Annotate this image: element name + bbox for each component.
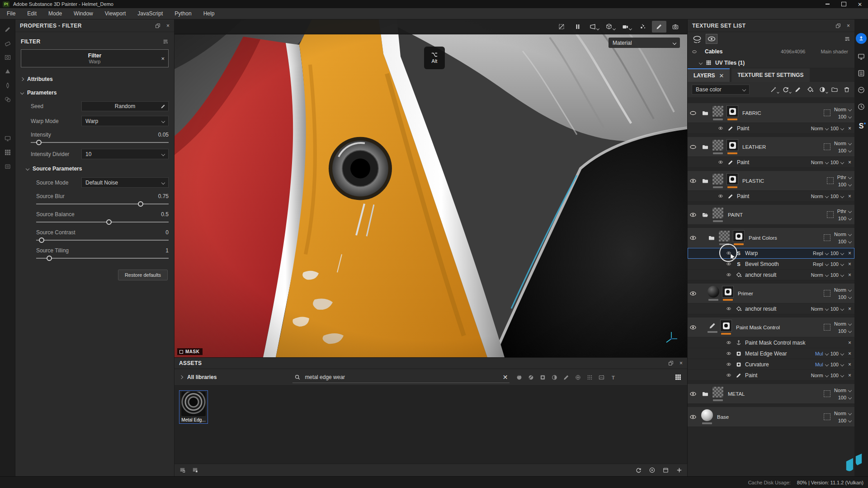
visibility-eye-icon[interactable] [689, 211, 697, 218]
attributes-section-header[interactable]: Attributes [15, 72, 174, 85]
layer-group-row[interactable]: Paint Mask ControlNorm100 [688, 317, 854, 337]
polygon-fill-tool-icon[interactable] [4, 68, 11, 75]
blend-mode-dropdown[interactable]: Norm [834, 141, 851, 146]
close-tab-icon[interactable]: ✕ [719, 72, 724, 79]
blend-mode-dropdown[interactable]: Pthr [837, 175, 851, 180]
source-contrast-slider[interactable] [36, 237, 169, 243]
delete-layer-icon[interactable]: × [848, 351, 851, 357]
paint-mode-button[interactable] [652, 21, 666, 33]
doc-list-icon[interactable] [857, 69, 865, 77]
smart-mask-icon[interactable] [819, 86, 826, 93]
delete-layer-icon[interactable]: × [848, 125, 851, 132]
blend-mode-dropdown[interactable]: Norm [811, 126, 828, 131]
source-blur-slider[interactable] [36, 201, 169, 207]
blend-mode-dropdown[interactable]: Norm [811, 306, 828, 312]
opacity-dropdown[interactable]: 100 [830, 126, 844, 131]
opacity-dropdown[interactable]: 100 [830, 362, 844, 367]
warp-mode-dropdown[interactable]: Warp [81, 116, 169, 126]
seed-random-button[interactable]: Random [81, 101, 169, 111]
layer-row[interactable]: Metal Edge WearMul100× [688, 348, 854, 359]
pause-engine-button[interactable] [571, 21, 585, 33]
refresh-icon[interactable] [635, 467, 642, 474]
minimize-button[interactable] [825, 1, 830, 7]
close-panel-icon[interactable]: × [679, 360, 683, 366]
wireframe-toggle-button[interactable] [554, 21, 569, 33]
camera-projection-button[interactable] [587, 21, 601, 33]
delete-layer-icon[interactable]: × [848, 361, 851, 368]
layer-group-row[interactable]: LEATHERNorm100 [688, 137, 854, 157]
clear-search-icon[interactable]: ✕ [503, 374, 508, 381]
opacity-dropdown[interactable]: 100 [838, 148, 851, 153]
delete-layer-icon[interactable]: × [848, 306, 851, 312]
delete-layer-icon[interactable] [843, 86, 850, 93]
layer-row[interactable]: PaintNorm100× [688, 370, 854, 381]
restore-defaults-button[interactable]: Restore defaults [118, 270, 168, 280]
sync-visibility-button[interactable] [691, 34, 703, 44]
blend-mode-dropdown[interactable]: Repl [813, 251, 828, 256]
import-resources-icon[interactable] [179, 467, 186, 474]
visibility-eye-icon[interactable] [717, 126, 724, 131]
menu-javascript[interactable]: JavaScript [132, 8, 169, 19]
opacity-dropdown[interactable]: 100 [830, 251, 844, 256]
close-button[interactable]: ✕ [857, 1, 863, 7]
smudge-tool-icon[interactable] [4, 82, 11, 89]
float-panel-icon[interactable] [155, 23, 161, 29]
smart-materials-filter-icon[interactable] [528, 374, 534, 381]
visibility-eye-icon[interactable] [726, 272, 732, 277]
mask-thumbnail[interactable] [726, 105, 738, 117]
blend-mode-dropdown[interactable]: Pthr [837, 208, 851, 214]
filter-menu-icon[interactable] [162, 38, 169, 45]
visibility-eye-icon[interactable] [689, 390, 697, 398]
delete-layer-icon[interactable]: × [848, 250, 851, 256]
eraser-tool-icon[interactable] [4, 40, 11, 47]
delete-layer-icon[interactable]: × [848, 272, 851, 278]
paint-layer-icon[interactable] [794, 86, 802, 93]
delete-layer-icon[interactable]: × [848, 261, 851, 267]
menu-mode[interactable]: Mode [42, 8, 68, 19]
display-settings-tool-icon[interactable] [4, 135, 11, 142]
mask-thumbnail[interactable] [733, 230, 745, 242]
filter-stack-item[interactable]: Filter Warp × [21, 49, 169, 67]
layer-group-row[interactable]: PLASTICPthr100 [688, 171, 854, 191]
close-panel-icon[interactable]: × [166, 23, 170, 29]
visibility-eye-icon[interactable] [689, 109, 697, 117]
visibility-eye-icon[interactable] [726, 351, 732, 356]
visibility-eye-icon[interactable] [726, 261, 732, 266]
blend-mode-dropdown[interactable]: Repl [813, 261, 828, 267]
blend-mode-dropdown[interactable]: Norm [811, 373, 828, 378]
blend-mode-dropdown[interactable]: Norm [834, 321, 851, 327]
all-libraries-selector[interactable]: All libraries [180, 374, 217, 380]
close-panel-icon[interactable]: × [847, 23, 850, 29]
menu-python[interactable]: Python [169, 8, 197, 19]
float-panel-icon[interactable] [835, 23, 841, 29]
layer-group-row[interactable]: BaseNorm100 [688, 407, 854, 427]
layer-group-row[interactable]: Paint ColorsNorm100 [688, 228, 854, 248]
tab-texture-set-settings[interactable]: TEXTURE SET SETTINGS [731, 68, 809, 82]
layer-row[interactable]: CurvatureMul100× [688, 359, 854, 370]
viewport-render[interactable] [175, 19, 687, 357]
delete-layer-icon[interactable]: × [848, 193, 851, 199]
opacity-dropdown[interactable]: 100 [838, 418, 851, 423]
layer-group-row[interactable]: PAINTPthr100 [688, 205, 854, 225]
clone-tool-icon[interactable] [4, 96, 11, 103]
display-mode-button[interactable] [603, 21, 618, 33]
maximize-button[interactable] [841, 1, 846, 7]
delete-layer-icon[interactable]: × [848, 159, 851, 166]
layer-row[interactable]: PaintNorm100× [688, 191, 854, 202]
opacity-dropdown[interactable]: 100 [830, 261, 844, 267]
layer-group-row[interactable]: PrimerNorm100 [688, 284, 854, 303]
layer-group-row[interactable]: METALNorm100 [688, 384, 854, 404]
texture-set-row[interactable]: Cables 4096x4096 Main shader [688, 46, 854, 57]
layer-row[interactable]: SBevel SmoothRepl100× [688, 259, 854, 270]
intensity-slider[interactable] [31, 139, 169, 146]
layer-row[interactable]: PaintNorm100× [688, 123, 854, 134]
filters-filter-icon[interactable] [551, 374, 558, 381]
snapshot-button[interactable] [668, 21, 683, 33]
resources-updater-icon[interactable] [192, 467, 198, 474]
visibility-eye-icon[interactable] [726, 306, 732, 311]
particles-mode-button[interactable] [636, 21, 650, 33]
menu-help[interactable]: Help [198, 8, 221, 19]
opacity-dropdown[interactable]: 100 [830, 272, 844, 278]
blend-mode-dropdown[interactable]: Norm [834, 287, 851, 293]
new-view-icon[interactable] [662, 467, 669, 474]
